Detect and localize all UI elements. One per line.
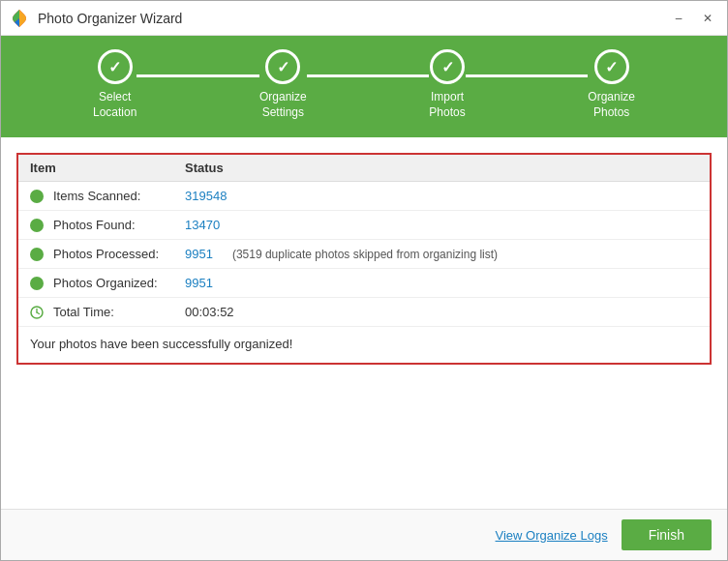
row-photos-organized: Photos Organized: 9951 bbox=[18, 269, 710, 298]
main-content: Item Status Items Scanned: 319548 Photos… bbox=[1, 137, 727, 509]
step-organize-photos: ✓ OrganizePhotos bbox=[588, 49, 635, 120]
col-status-header: Status bbox=[185, 161, 224, 175]
label-items-scanned: Items Scanned: bbox=[53, 189, 185, 203]
window-title: Photo Organizer Wizard bbox=[38, 11, 667, 26]
row-photos-processed: Photos Processed: 9951 (3519 duplicate p… bbox=[18, 240, 710, 269]
label-total-time: Total Time: bbox=[53, 305, 185, 319]
step-circle-1: ✓ bbox=[98, 49, 133, 84]
footer: View Organize Logs Finish bbox=[1, 509, 727, 560]
step-label-4: OrganizePhotos bbox=[588, 90, 635, 120]
step-select-location: ✓ SelectLocation bbox=[93, 49, 136, 120]
svg-line-2 bbox=[37, 312, 40, 314]
indicator-photos-organized bbox=[30, 277, 44, 290]
step-label-3: ImportPhotos bbox=[429, 90, 465, 120]
step-label-1: SelectLocation bbox=[93, 90, 136, 120]
minimize-button[interactable]: – bbox=[667, 9, 690, 28]
row-total-time: Total Time: 00:03:52 bbox=[18, 298, 710, 327]
step-circle-3: ✓ bbox=[430, 49, 465, 84]
label-photos-found: Photos Found: bbox=[53, 218, 185, 232]
label-photos-organized: Photos Organized: bbox=[53, 276, 185, 290]
stepper: ✓ SelectLocation ✓ OrganizeSettings ✓ Im… bbox=[1, 36, 727, 137]
value-photos-processed: 9951 bbox=[185, 247, 213, 261]
window-controls: – ✕ bbox=[667, 9, 719, 28]
indicator-photos-found bbox=[30, 219, 44, 232]
value-items-scanned: 319548 bbox=[185, 189, 227, 203]
col-item-header: Item bbox=[30, 161, 185, 175]
label-photos-processed: Photos Processed: bbox=[53, 247, 185, 261]
row-items-scanned: Items Scanned: 319548 bbox=[18, 182, 710, 211]
titlebar: Photo Organizer Wizard – ✕ bbox=[1, 1, 727, 36]
step-connector-1 bbox=[136, 74, 259, 77]
value-photos-organized: 9951 bbox=[185, 276, 213, 290]
row-photos-found: Photos Found: 13470 bbox=[18, 211, 710, 240]
step-circle-4: ✓ bbox=[594, 49, 629, 84]
main-window: Photo Organizer Wizard – ✕ ✓ SelectLocat… bbox=[0, 0, 728, 561]
close-button[interactable]: ✕ bbox=[696, 9, 719, 28]
extra-photos-processed: (3519 duplicate photos skipped from orga… bbox=[223, 248, 498, 261]
clock-icon bbox=[30, 306, 44, 319]
results-box: Item Status Items Scanned: 319548 Photos… bbox=[16, 153, 712, 365]
step-circle-2: ✓ bbox=[265, 49, 300, 84]
step-import-photos: ✓ ImportPhotos bbox=[429, 49, 465, 120]
indicator-items-scanned bbox=[30, 190, 44, 203]
step-connector-2 bbox=[307, 74, 430, 77]
view-logs-button[interactable]: View Organize Logs bbox=[496, 528, 608, 543]
step-label-2: OrganizeSettings bbox=[259, 90, 307, 120]
step-connector-3 bbox=[466, 74, 589, 77]
success-message: Your photos have been successfully organ… bbox=[18, 327, 710, 363]
indicator-photos-processed bbox=[30, 248, 44, 261]
stepper-inner: ✓ SelectLocation ✓ OrganizeSettings ✓ Im… bbox=[93, 49, 635, 120]
value-total-time: 00:03:52 bbox=[185, 305, 234, 319]
step-organize-settings: ✓ OrganizeSettings bbox=[259, 49, 307, 120]
finish-button[interactable]: Finish bbox=[622, 519, 712, 550]
results-header: Item Status bbox=[18, 155, 710, 182]
value-photos-found: 13470 bbox=[185, 218, 220, 232]
app-logo-icon bbox=[9, 8, 30, 29]
